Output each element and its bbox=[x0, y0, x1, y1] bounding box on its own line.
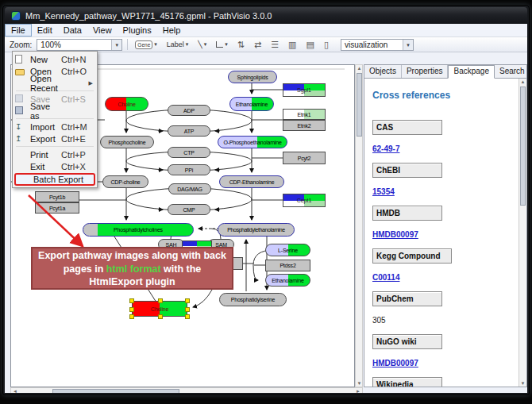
stack-horizontal-icon[interactable]: ▥ bbox=[286, 40, 299, 50]
scroll-down-icon[interactable]: ▼ bbox=[356, 381, 363, 386]
tab-properties[interactable]: Properties bbox=[402, 65, 449, 78]
tab-backpage[interactable]: Backpage bbox=[448, 65, 494, 79]
canvas-horizontal-scrollbar[interactable]: ◄ ► bbox=[10, 387, 363, 393]
add-label-button[interactable]: Label ▾ bbox=[164, 39, 191, 50]
align-top-icon[interactable]: ▤ bbox=[303, 40, 316, 50]
menu-item-batch-export[interactable]: Batch Export bbox=[14, 173, 95, 186]
menu-item-import[interactable]: ↧ Import Ctrl+M bbox=[13, 121, 97, 133]
align-left-icon[interactable]: ▯ bbox=[322, 40, 331, 50]
selection-handle[interactable] bbox=[158, 298, 163, 303]
node-atp[interactable]: ATP bbox=[168, 125, 210, 137]
node-pcyt1a[interactable]: Pcyt1a bbox=[35, 202, 79, 214]
menu-data[interactable]: Data bbox=[58, 24, 87, 37]
node-phosphatidylserine[interactable]: Phosphatidylserine bbox=[219, 293, 287, 306]
node-cmp[interactable]: CMP bbox=[168, 204, 210, 215]
node-l-serine[interactable]: L-Serine bbox=[265, 244, 310, 256]
menu-item-label: Print bbox=[30, 150, 61, 160]
menu-item-new[interactable]: New Ctrl+N bbox=[13, 53, 97, 65]
node-pcyt2[interactable]: Pcyt2 bbox=[283, 152, 326, 164]
menu-item-save-as[interactable]: Save as bbox=[13, 105, 97, 117]
title-bar[interactable]: Mm_Kennedy_pathway_WP1771_45176.gpml - P… bbox=[5, 7, 527, 24]
scroll-up-icon[interactable]: ▲ bbox=[356, 66, 363, 71]
scroll-right-icon[interactable]: ► bbox=[356, 389, 360, 393]
scrollbar-thumb[interactable] bbox=[520, 87, 526, 206]
sidebar-scrollbar[interactable]: ▲ ▼ bbox=[519, 79, 526, 387]
node-etnk1[interactable]: Etnk1 bbox=[283, 109, 326, 120]
selection-handle[interactable] bbox=[185, 298, 190, 303]
align-center-y-icon[interactable]: ⇄ bbox=[252, 40, 264, 50]
node-etnk2[interactable]: Etnk2 bbox=[283, 120, 326, 131]
node-cdp-choline[interactable]: CDP-choline bbox=[102, 175, 148, 188]
node-choline-selected[interactable]: Choline bbox=[132, 301, 187, 317]
selection-handle[interactable] bbox=[129, 307, 134, 312]
chevron-down-icon[interactable]: ▾ bbox=[204, 41, 207, 48]
xref-source: Wikipedia bbox=[372, 377, 442, 387]
visualization-combobox[interactable]: visualization ▾ bbox=[341, 39, 414, 51]
xref-link[interactable]: HMDB00097 bbox=[372, 230, 418, 239]
scroll-down-icon[interactable]: ▼ bbox=[519, 381, 526, 386]
canvas-vertical-scrollbar[interactable]: ▲ ▼ bbox=[355, 64, 363, 387]
node-pcyt1b[interactable]: Pcyt1b bbox=[35, 191, 79, 202]
node-choline[interactable]: Choline bbox=[105, 97, 148, 111]
label-tool-text: Label bbox=[167, 40, 184, 48]
scroll-left-icon[interactable]: ◄ bbox=[13, 389, 17, 393]
node-sgpl1[interactable]: Sgpl1 bbox=[283, 83, 326, 97]
menu-item-exit[interactable]: Exit Ctrl+X bbox=[13, 160, 97, 172]
node-phosphocholine[interactable]: Phosphocholine bbox=[100, 136, 154, 148]
selection-handle[interactable] bbox=[185, 314, 190, 319]
chevron-down-icon[interactable]: ▾ bbox=[225, 41, 228, 48]
node-label: Pcyt2 bbox=[298, 156, 311, 161]
selection-handle[interactable] bbox=[158, 314, 163, 319]
node-cept1[interactable]: Cept1 bbox=[283, 194, 326, 207]
tab-search[interactable]: Search bbox=[495, 65, 527, 78]
scroll-up-icon[interactable]: ▲ bbox=[519, 79, 526, 84]
node-cdp-ethanolamine[interactable]: CDP-Ethanolamine bbox=[219, 175, 284, 188]
xref-section: ChEBI 15354 bbox=[372, 163, 514, 198]
node-o-phosphoethanolamine[interactable]: O-Phosphoethanolamine bbox=[218, 136, 287, 148]
node-sphingolipids[interactable]: Sphingolipids bbox=[228, 71, 277, 83]
xref-link[interactable]: HMDB00097 bbox=[372, 359, 418, 367]
selection-handle[interactable] bbox=[129, 314, 134, 319]
menu-plugins[interactable]: Plugins bbox=[118, 24, 157, 37]
selection-handle[interactable] bbox=[185, 307, 190, 312]
node-phosphatidylethanolamine[interactable]: Phosphatidylethanolamine bbox=[218, 223, 295, 237]
align-center-x-icon[interactable]: ⇅ bbox=[235, 40, 247, 50]
menu-file[interactable]: File bbox=[5, 24, 32, 37]
connector-tool-button[interactable]: ▾ bbox=[214, 40, 230, 49]
stack-vertical-icon[interactable]: ☰ bbox=[268, 40, 281, 50]
menu-item-open-recent[interactable]: Open Recent ▶ bbox=[13, 77, 97, 89]
menu-item-print[interactable]: Print Ctrl+P bbox=[13, 148, 97, 160]
xref-link[interactable]: 62-49-7 bbox=[372, 144, 399, 153]
scrollbar-thumb[interactable] bbox=[52, 389, 179, 393]
node-ethanolamine-2[interactable]: Ethanolamine bbox=[265, 274, 310, 287]
node-label: ATP bbox=[184, 129, 195, 134]
node-adp[interactable]: ADP bbox=[168, 105, 210, 116]
chevron-down-icon[interactable]: ▾ bbox=[111, 40, 121, 50]
node-ctp[interactable]: CTP bbox=[168, 147, 210, 158]
selection-handle[interactable] bbox=[129, 298, 134, 303]
menu-item-label: Export bbox=[30, 134, 61, 144]
node-dag-mag[interactable]: DAG/MAG bbox=[168, 183, 211, 194]
chevron-down-icon[interactable]: ▾ bbox=[403, 40, 413, 50]
xref-source: CAS bbox=[372, 120, 442, 135]
xref-link[interactable]: C00114 bbox=[372, 273, 399, 282]
menu-edit[interactable]: Edit bbox=[32, 24, 58, 37]
menu-view[interactable]: View bbox=[87, 24, 118, 37]
node-ptdss2[interactable]: Ptdss2 bbox=[265, 260, 310, 271]
chevron-down-icon[interactable]: ▾ bbox=[154, 41, 157, 48]
tab-objects[interactable]: Objects bbox=[364, 65, 402, 78]
zoom-combobox[interactable]: 100% ▾ bbox=[37, 39, 122, 51]
node-label: PPi bbox=[185, 167, 193, 173]
menu-help[interactable]: Help bbox=[157, 24, 187, 37]
chevron-down-icon[interactable]: ▾ bbox=[186, 41, 189, 48]
line-tool-button[interactable]: ╲ ▾ bbox=[195, 39, 209, 50]
menu-item-label: Batch Export bbox=[33, 175, 90, 184]
xref-link[interactable]: 15354 bbox=[372, 187, 395, 196]
node-phosphatidylcholines[interactable]: Phosphatidylcholines bbox=[83, 223, 194, 237]
node-ppi[interactable]: PPi bbox=[168, 164, 210, 175]
menu-item-export[interactable]: ↥ Export Ctrl+E bbox=[13, 133, 97, 144]
scrollbar-thumb[interactable] bbox=[357, 73, 362, 137]
node-ethanolamine[interactable]: Ethanolamine bbox=[229, 97, 274, 111]
add-datanode-button[interactable]: Gene ▾ bbox=[133, 39, 159, 51]
visualization-value: visualization bbox=[345, 40, 387, 49]
